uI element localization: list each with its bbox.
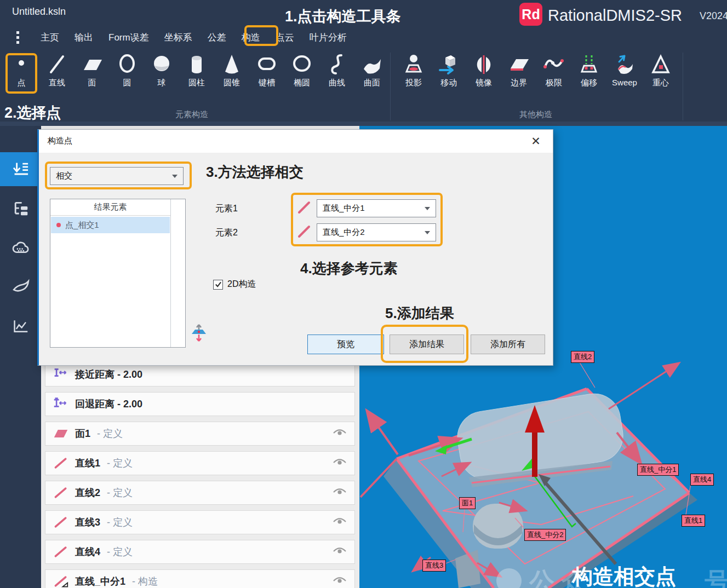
- z-axis-arrow-shaft: [532, 430, 537, 477]
- listbox-column-divider: [170, 199, 171, 347]
- cylinder-icon: [185, 53, 209, 77]
- scene-label-line1[interactable]: 直线1: [682, 515, 705, 527]
- visibility-eye-icon[interactable]: [333, 428, 347, 440]
- app-brand: RationalDMIS2-SR: [548, 7, 682, 25]
- feature-row-line2[interactable]: 直线2 - 定义: [45, 481, 355, 505]
- visibility-eye-icon[interactable]: [333, 546, 347, 558]
- ribbon-button-limit[interactable]: 极限: [536, 53, 571, 94]
- menu-item-construct[interactable]: 构造: [234, 29, 268, 46]
- ribbon-button-sweep[interactable]: Sweep: [605, 53, 644, 94]
- ribbon-button-circle[interactable]: 圆: [110, 53, 145, 94]
- ribbon-button-cone[interactable]: 圆锥: [214, 53, 249, 94]
- add-result-button[interactable]: 添加结果: [390, 335, 464, 354]
- ribbon-bottom-strip: [0, 122, 727, 126]
- ribbon-button-cylinder[interactable]: 圆柱: [179, 53, 214, 94]
- left-sidebar: [0, 126, 41, 588]
- app-logo: Rd: [519, 3, 542, 26]
- menu-item-tolerance[interactable]: 公差: [200, 29, 234, 46]
- app-version: V2024: [700, 10, 727, 22]
- element1-dropdown[interactable]: 直线_中分1: [317, 199, 436, 217]
- annotation-step3: 3.方法选择相交: [206, 163, 304, 182]
- checkbox-checked-icon[interactable]: [213, 280, 223, 290]
- result-listbox[interactable]: 结果元素 点_相交1: [50, 199, 186, 348]
- feature-row-line-mid1[interactable]: 直线_中分1 - 构造: [45, 569, 355, 588]
- preview-button[interactable]: 预览: [307, 335, 384, 354]
- menu-item-coordinate[interactable]: 坐标系: [157, 29, 200, 46]
- visibility-eye-icon[interactable]: [333, 516, 347, 528]
- visibility-eye-icon[interactable]: [333, 575, 347, 587]
- ribbon-button-boundary[interactable]: 边界: [501, 53, 536, 94]
- sidebar-item-program-list[interactable]: [0, 152, 41, 186]
- ribbon-button-centroid[interactable]: 重心: [643, 53, 678, 94]
- menu-bar: 主页 输出 Form误差 坐标系 公差 构造 点云 叶片分析: [33, 28, 354, 46]
- line-feature-icon: [53, 545, 68, 558]
- point-dot-icon: [56, 223, 61, 227]
- feature-row-plane1[interactable]: 面1 - 定义: [45, 422, 355, 446]
- surface-icon: [360, 53, 384, 77]
- ribbon-separator: [390, 53, 391, 120]
- chevron-down-icon: [425, 207, 430, 210]
- scene-label-line-mid1[interactable]: 直线_中分1: [637, 464, 679, 476]
- element2-dropdown[interactable]: 直线_中分2: [317, 223, 436, 241]
- dialog-titlebar[interactable]: 构造点 ✕: [39, 130, 553, 153]
- menu-item-form-error[interactable]: Form误差: [101, 29, 157, 46]
- menu-item-blade[interactable]: 叶片分析: [302, 29, 354, 46]
- ribbon-button-slot[interactable]: 键槽: [249, 53, 284, 94]
- add-all-button[interactable]: 添加所有: [471, 335, 545, 354]
- ribbon-button-surface[interactable]: 曲面: [354, 53, 390, 94]
- ribbon-button-project[interactable]: 投影: [396, 53, 431, 94]
- sidebar-item-report-chart[interactable]: [0, 309, 41, 343]
- close-icon[interactable]: ✕: [528, 133, 544, 149]
- element1-label: 元素1: [215, 203, 238, 215]
- menu-item-pointcloud[interactable]: 点云: [268, 29, 302, 46]
- ribbon-button-line[interactable]: 直线: [39, 53, 75, 94]
- method-dropdown[interactable]: 相交: [50, 167, 184, 185]
- visibility-eye-icon[interactable]: [333, 457, 347, 469]
- scene-label-line3[interactable]: 直线3: [422, 560, 446, 572]
- ribbon-button-ellipse[interactable]: 椭圆: [284, 53, 319, 94]
- ribbon-button-plane[interactable]: 面: [75, 53, 110, 94]
- scene-label-line4[interactable]: 直线4: [690, 474, 714, 486]
- annotation-step2: 2.选择点: [4, 103, 61, 123]
- scene-label-line-mid2[interactable]: 直线_中分2: [524, 529, 566, 541]
- line-feature-icon: [53, 486, 68, 499]
- sphere-icon: [150, 53, 174, 77]
- menu-item-home[interactable]: 主页: [33, 29, 67, 46]
- ribbon-button-point[interactable]: 点: [4, 53, 39, 94]
- result-list-header: 结果元素: [50, 199, 170, 216]
- sidebar-item-blade-analysis[interactable]: [0, 270, 41, 304]
- ribbon-separator: [683, 53, 683, 120]
- ribbon-button-offset[interactable]: 偏移: [571, 53, 606, 94]
- program-list-icon: [11, 159, 31, 179]
- slot-icon: [255, 53, 279, 77]
- feature-row-line3[interactable]: 直线3 - 定义: [45, 510, 355, 534]
- 2d-construct-checkbox[interactable]: 2D构造: [213, 279, 256, 290]
- probe-direction-icon[interactable]: [190, 322, 208, 343]
- watermark-text-right: 号: [705, 565, 727, 588]
- menu-item-output[interactable]: 输出: [67, 29, 101, 46]
- curve-icon: [325, 53, 349, 77]
- ribbon-button-move[interactable]: 移动: [431, 53, 466, 94]
- ribbon-button-mirror[interactable]: 镜像: [466, 53, 501, 94]
- result-list-item[interactable]: 点_相交1: [51, 217, 170, 233]
- feature-row-approach[interactable]: 接近距离 - 2.00: [45, 362, 355, 387]
- visibility-eye-icon[interactable]: [333, 487, 347, 499]
- feature-row-line4[interactable]: 直线4 - 定义: [45, 540, 355, 564]
- chart-icon: [11, 316, 31, 336]
- cone-icon: [220, 53, 244, 77]
- sweep-icon: [612, 53, 637, 77]
- feature-row-retract[interactable]: 回退距离 - 2.00: [45, 392, 355, 416]
- sidebar-item-point-cloud[interactable]: [0, 231, 41, 265]
- feature-row-line1[interactable]: 直线1 - 定义: [45, 451, 355, 475]
- centroid-icon: [649, 53, 673, 77]
- plane-icon: [80, 53, 104, 77]
- sidebar-item-feature-tree[interactable]: [0, 192, 41, 226]
- scene-label-plane1[interactable]: 面1: [459, 497, 476, 509]
- chevron-down-icon: [172, 175, 178, 178]
- ribbon-button-sphere[interactable]: 球: [144, 53, 179, 94]
- hamburger-menu-icon[interactable]: [16, 31, 19, 44]
- chevron-down-icon: [425, 231, 430, 234]
- construct-point-dialog: 构造点 ✕ 相交 3.方法选择相交 结果元素 点_相交1 元素1 元素2 直线_…: [37, 129, 553, 366]
- ribbon-button-curve[interactable]: 曲线: [319, 53, 354, 94]
- scene-label-line2[interactable]: 直线2: [571, 351, 594, 363]
